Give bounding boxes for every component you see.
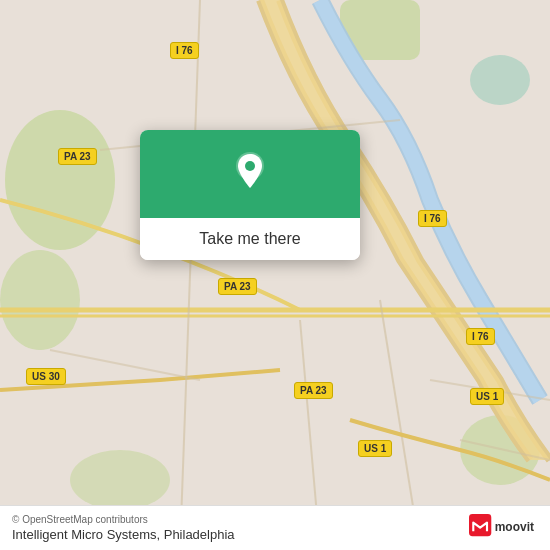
attribution-text: © OpenStreetMap contributors (12, 514, 538, 525)
map-background (0, 0, 550, 550)
svg-point-17 (245, 161, 255, 171)
road-label-pa23-bot: PA 23 (294, 382, 333, 399)
popup-green-section (140, 130, 360, 218)
take-me-there-button[interactable]: Take me there (156, 230, 344, 248)
bottom-bar: © OpenStreetMap contributors Intelligent… (0, 505, 550, 550)
road-label-us30: US 30 (26, 368, 66, 385)
svg-point-5 (70, 450, 170, 510)
moovit-logo: moovit (469, 514, 538, 542)
road-label-i76-top: I 76 (170, 42, 199, 59)
road-label-us1-bot: US 1 (358, 440, 392, 457)
road-label-pa23-left: PA 23 (58, 148, 97, 165)
road-label-i76-bot: I 76 (466, 328, 495, 345)
road-label-us1-right: US 1 (470, 388, 504, 405)
location-pin-icon (228, 150, 272, 194)
road-label-i76-right: I 76 (418, 210, 447, 227)
map-container: I 76 PA 23 PA 23 PA 23 I 76 I 76 US 30 U… (0, 0, 550, 550)
svg-text:moovit: moovit (495, 520, 534, 534)
moovit-logo-svg: moovit (469, 514, 538, 538)
popup-card: Take me there (140, 130, 360, 260)
popup-white-section[interactable]: Take me there (140, 218, 360, 260)
svg-point-4 (470, 55, 530, 105)
svg-point-2 (0, 250, 80, 350)
road-label-pa23-mid: PA 23 (218, 278, 257, 295)
location-name: Intelligent Micro Systems, Philadelphia (12, 527, 538, 542)
